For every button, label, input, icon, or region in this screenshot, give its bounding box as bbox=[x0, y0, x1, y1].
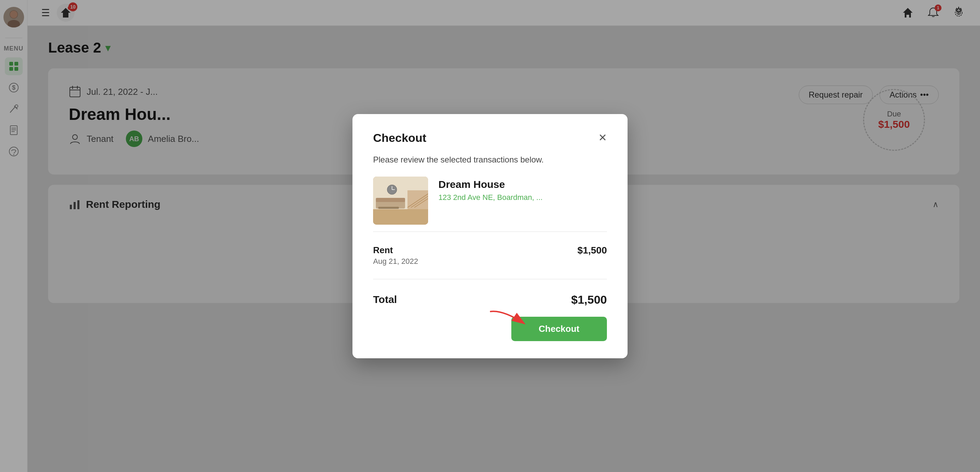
modal-total-label: Total bbox=[373, 294, 397, 306]
modal-title: Checkout bbox=[373, 131, 426, 145]
modal-property-row: Dream House 123 2nd Ave NE, Boardman, ..… bbox=[373, 177, 607, 225]
modal-overlay[interactable]: Checkout ✕ Please review the selected tr… bbox=[0, 0, 980, 472]
modal-header: Checkout ✕ bbox=[373, 131, 607, 145]
property-thumbnail bbox=[373, 177, 428, 225]
modal-property-name: Dream House bbox=[438, 179, 607, 190]
svg-rect-45 bbox=[407, 190, 428, 209]
modal-footer: Checkout bbox=[373, 310, 607, 341]
modal-line-row: Rent Aug 21, 2022 $1,500 bbox=[373, 239, 607, 272]
modal-line-item-label: Rent bbox=[373, 245, 418, 256]
modal-close-button[interactable]: ✕ bbox=[598, 133, 607, 143]
modal-line-left: Rent Aug 21, 2022 bbox=[373, 245, 418, 266]
svg-rect-53 bbox=[376, 198, 405, 202]
modal-line-item-amount: $1,500 bbox=[578, 245, 607, 256]
modal-property-info: Dream House 123 2nd Ave NE, Boardman, ..… bbox=[438, 177, 607, 202]
modal-divider-1 bbox=[373, 231, 607, 232]
checkout-modal: Checkout ✕ Please review the selected tr… bbox=[352, 114, 628, 358]
modal-property-address: 123 2nd Ave NE, Boardman, ... bbox=[438, 193, 607, 202]
svg-rect-43 bbox=[373, 207, 428, 225]
property-interior-svg bbox=[373, 177, 428, 225]
svg-rect-54 bbox=[378, 207, 399, 209]
arrow-annotation bbox=[483, 306, 531, 335]
modal-total-amount: $1,500 bbox=[571, 293, 607, 306]
property-img-inner bbox=[373, 177, 428, 225]
modal-subtitle: Please review the selected transactions … bbox=[373, 155, 607, 165]
modal-line-item-date: Aug 21, 2022 bbox=[373, 257, 418, 266]
arrow-svg bbox=[483, 306, 531, 334]
modal-divider-2 bbox=[373, 279, 607, 279]
